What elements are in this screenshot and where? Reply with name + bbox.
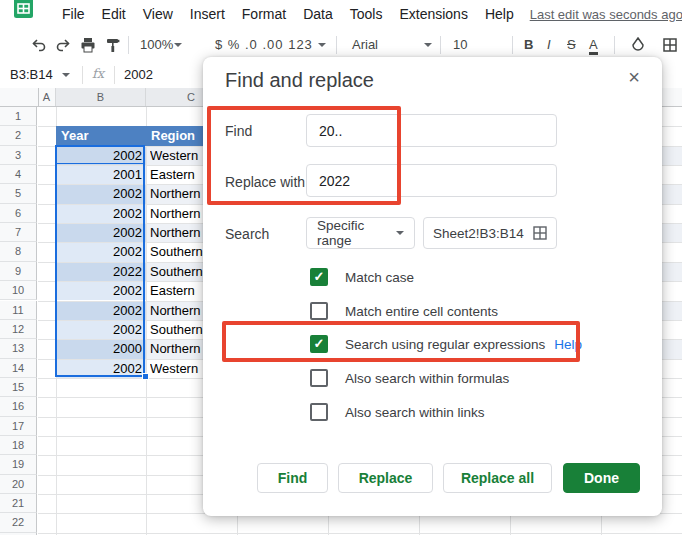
font-size-select[interactable]: 10 <box>453 37 467 52</box>
row-header-18[interactable]: 18 <box>0 436 37 455</box>
row-header-22[interactable]: 22 <box>0 513 37 532</box>
formula-input[interactable]: 2002 <box>124 67 153 82</box>
search-mode-select[interactable]: Specific range <box>306 217 415 249</box>
row-header-12[interactable]: 12 <box>0 320 37 339</box>
option-row: Also search within links <box>310 404 485 420</box>
fill-handle[interactable] <box>142 373 149 380</box>
row-header-15[interactable]: 15 <box>0 378 37 397</box>
undo-icon[interactable] <box>31 37 47 53</box>
gridline-h <box>38 533 682 534</box>
replace-all-button[interactable]: Replace all <box>443 463 552 493</box>
zoom-dropdown-icon[interactable] <box>174 43 182 47</box>
number-format-icons[interactable]: $ % .0 .00 123 <box>215 37 313 52</box>
row-header-11[interactable]: 11 <box>0 301 37 320</box>
close-icon[interactable]: × <box>628 67 640 87</box>
sheets-logo-icon <box>14 0 33 18</box>
cell-year[interactable]: 2002 <box>56 359 142 378</box>
select-all-corner[interactable] <box>0 88 39 107</box>
menu-format[interactable]: Format <box>242 6 286 22</box>
font-dropdown-icon[interactable] <box>424 43 432 47</box>
cell-year[interactable]: 2002 <box>56 301 142 320</box>
find-button[interactable]: Find <box>257 463 328 493</box>
cell-year[interactable]: 2002 <box>56 242 142 261</box>
row-header-13[interactable]: 13 <box>0 339 37 358</box>
find-input[interactable] <box>306 114 557 147</box>
toolbar-divider <box>614 36 615 54</box>
menu-data[interactable]: Data <box>303 6 333 22</box>
replace-label: Replace with <box>225 174 305 190</box>
redo-icon[interactable] <box>55 37 71 53</box>
row-header-3[interactable]: 3 <box>0 146 37 165</box>
text-color-icon[interactable]: A <box>589 37 598 55</box>
row-header-1[interactable]: 1 <box>0 107 37 126</box>
row-header-20[interactable]: 20 <box>0 475 37 494</box>
unchecked-checkbox-icon[interactable] <box>310 369 328 387</box>
row-header-9[interactable]: 9 <box>0 262 37 281</box>
row-header-2[interactable]: 2 <box>0 126 37 145</box>
row-header-6[interactable]: 6 <box>0 204 37 223</box>
cell-year[interactable]: 2002 <box>56 204 142 223</box>
row-header-21[interactable]: 21 <box>0 494 37 513</box>
row-header-19[interactable]: 19 <box>0 455 37 474</box>
italic-icon[interactable]: I <box>547 37 551 52</box>
search-label: Search <box>225 226 269 242</box>
row-header-16[interactable]: 16 <box>0 397 37 416</box>
option-row: ✓Match case <box>310 269 414 285</box>
menu-file[interactable]: File <box>62 6 85 22</box>
cell-year[interactable]: 2002 <box>56 320 142 339</box>
borders-icon[interactable] <box>662 37 678 53</box>
help-link[interactable]: Help <box>554 337 582 352</box>
row-header-5[interactable]: 5 <box>0 184 37 203</box>
row-header-14[interactable]: 14 <box>0 359 37 378</box>
toolbar-divider <box>512 36 513 54</box>
cell-year[interactable]: 2000 <box>56 339 142 358</box>
column-header-B[interactable]: B <box>56 88 146 106</box>
row-header-7[interactable]: 7 <box>0 223 37 242</box>
search-range-box[interactable]: Sheet2!B3:B14 <box>423 217 557 249</box>
row-header-8[interactable]: 8 <box>0 242 37 261</box>
replace-input[interactable] <box>306 164 557 197</box>
checked-checkbox-icon[interactable]: ✓ <box>310 268 328 286</box>
strikethrough-icon[interactable]: S <box>567 37 576 52</box>
zoom-select[interactable]: 100% <box>140 37 173 52</box>
option-row: Also search within formulas <box>310 370 509 386</box>
table-header-year[interactable]: Year <box>56 126 146 145</box>
fill-color-icon[interactable] <box>630 37 646 53</box>
menu-extensions[interactable]: Extensions <box>399 6 467 22</box>
unchecked-checkbox-icon[interactable] <box>310 302 328 320</box>
cell-year[interactable]: 2002 <box>56 281 142 300</box>
name-box-dropdown-icon[interactable] <box>62 73 70 77</box>
paint-format-icon[interactable] <box>105 37 121 53</box>
unchecked-checkbox-icon[interactable] <box>310 403 328 421</box>
cell-year[interactable]: 2022 <box>56 262 142 281</box>
dialog-title: Find and replace <box>225 69 374 92</box>
cell-year[interactable]: 2002 <box>56 184 142 203</box>
cell-year[interactable]: 2002 <box>56 146 142 165</box>
cell-year[interactable]: 2001 <box>56 165 142 184</box>
column-header-A[interactable]: A <box>38 88 56 106</box>
menu-insert[interactable]: Insert <box>190 6 225 22</box>
row-header-4[interactable]: 4 <box>0 165 37 184</box>
checkbox-label: Match entire cell contents <box>345 304 498 319</box>
font-name-select[interactable]: Arial <box>352 37 378 52</box>
cell-year[interactable]: 2002 <box>56 223 142 242</box>
toolbar-divider <box>336 36 337 54</box>
row-header-17[interactable]: 17 <box>0 417 37 436</box>
row-header-10[interactable]: 10 <box>0 281 37 300</box>
checked-checkbox-icon[interactable]: ✓ <box>310 335 328 353</box>
last-edit-status[interactable]: Last edit was seconds ago <box>530 7 682 22</box>
menu-tools[interactable]: Tools <box>350 6 383 22</box>
menu-view[interactable]: View <box>143 6 173 22</box>
name-box[interactable]: B3:B14 <box>10 67 53 82</box>
find-replace-dialog: Find and replace × Find Replace with Sea… <box>203 57 662 516</box>
done-button[interactable]: Done <box>563 463 640 493</box>
print-icon[interactable] <box>80 37 96 53</box>
select-range-icon[interactable] <box>533 226 547 240</box>
toolbar-divider <box>128 36 129 54</box>
more-formats-dropdown-icon[interactable] <box>318 43 326 47</box>
replace-button[interactable]: Replace <box>338 463 433 493</box>
menu-help[interactable]: Help <box>485 6 514 22</box>
bold-icon[interactable]: B <box>524 37 533 52</box>
menu-edit[interactable]: Edit <box>102 6 126 22</box>
checkbox-label: Also search within links <box>345 405 485 420</box>
